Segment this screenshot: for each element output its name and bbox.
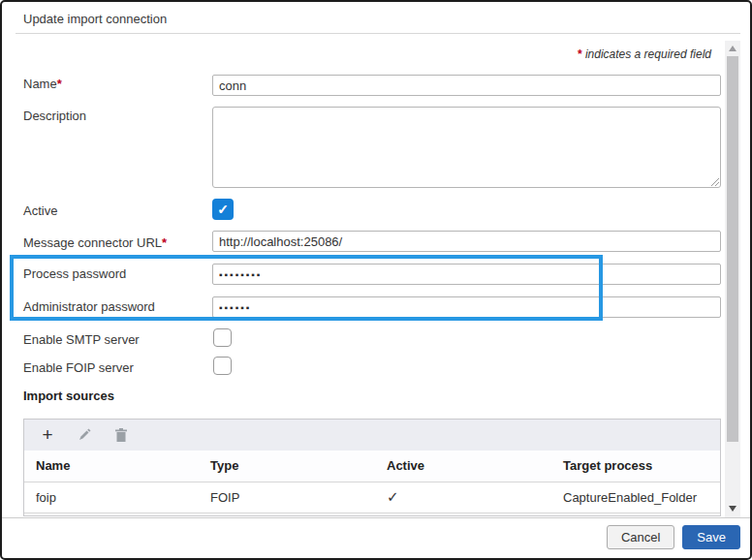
import-sources-table: Name Type Active Target process foip FOI… [24,451,720,516]
column-header-active: Active [375,451,551,482]
column-header-target-process: Target process [551,451,720,482]
plus-icon: + [42,428,52,442]
table-row[interactable]: foip FOIP ✓ CaptureEnabled_Folder [24,482,720,513]
url-required-asterisk: * [162,235,167,250]
delete-button[interactable] [113,427,129,443]
scroll-down-icon[interactable] [729,506,736,512]
cell-active-checkmark: ✓ [375,482,551,513]
scroll-up-icon[interactable] [729,46,736,51]
active-label: Active [23,203,57,218]
process-password-label: Process password [23,266,126,281]
import-sources-heading: Import sources [23,389,114,403]
cell-type: FOIP [199,482,375,513]
cancel-button[interactable]: Cancel [607,525,674,549]
admin-password-label: Administrator password [23,299,155,314]
scrollbar-thumb[interactable] [727,56,738,442]
import-sources-toolbar: + [24,420,720,451]
column-header-name: Name [24,451,199,482]
name-label: Name* [23,77,62,91]
table-header-row: Name Type Active Target process [24,451,720,482]
column-header-type: Type [199,451,375,482]
smtp-label: Enable SMTP server [23,332,140,347]
trash-icon [114,428,128,443]
edit-button[interactable] [77,427,92,443]
required-note-text: indicates a required field [582,47,711,61]
footer-divider [2,517,750,518]
footer-actions: Cancel Save [607,525,740,549]
admin-password-input[interactable] [212,296,721,318]
description-textarea[interactable] [212,107,721,188]
cell-name: foip [24,482,199,513]
name-input[interactable] [212,75,721,96]
table-row-partial [24,513,720,516]
title-divider [16,33,740,34]
name-required-asterisk: * [57,77,62,91]
description-label: Description [23,109,86,123]
url-label: Message connector URL* [23,235,167,250]
pencil-icon [77,427,92,443]
dialog-title: Update import connection [23,12,167,26]
smtp-checkbox[interactable] [213,328,232,347]
vertical-scrollbar[interactable] [725,41,740,517]
process-password-input[interactable] [212,264,721,285]
foip-label: Enable FOIP server [23,360,134,375]
import-sources-panel: + Name Type Active [23,419,721,516]
active-checkbox[interactable]: ✓ [212,199,234,220]
update-import-connection-dialog: Update import connection * indicates a r… [0,0,752,560]
checkmark-icon: ✓ [217,202,229,217]
message-connector-url-input[interactable] [212,231,721,252]
required-field-note: * indicates a required field [578,47,711,61]
foip-checkbox[interactable] [213,357,232,375]
save-button[interactable]: Save [682,525,740,549]
add-button[interactable]: + [40,427,55,443]
cell-target-process: CaptureEnabled_Folder [551,482,720,513]
